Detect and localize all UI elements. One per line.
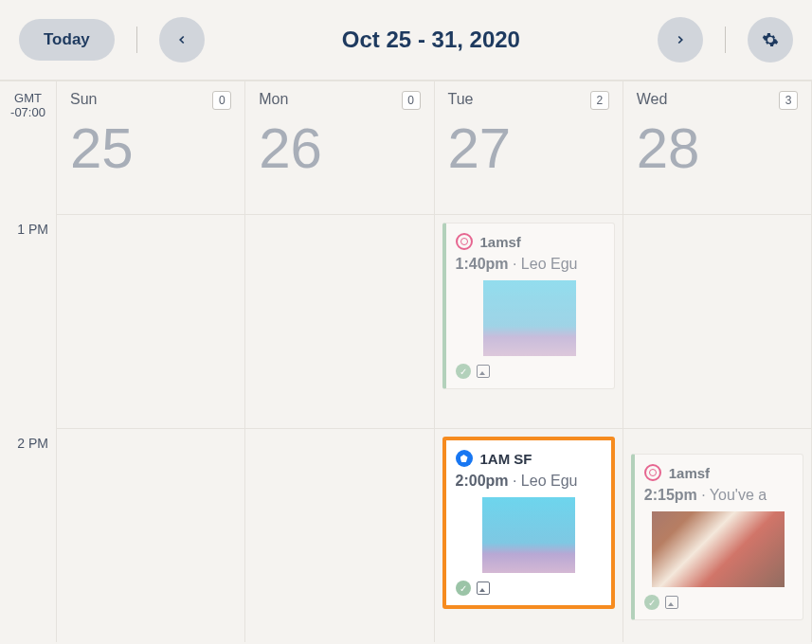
post-header: 1amsf [644, 464, 793, 481]
post-caption: · Leo Egu [509, 473, 578, 489]
cell-tue-1pm[interactable]: 1amsf 1:40pm · Leo Egu ✓ [435, 214, 623, 428]
day-header-tue[interactable]: Tue 2 27 [435, 81, 623, 214]
post-footer: ✓ [456, 581, 602, 596]
cell-sun-1pm[interactable] [57, 214, 245, 428]
day-count-badge: 0 [402, 91, 421, 110]
toolbar: Today Oct 25 - 31, 2020 [0, 0, 812, 80]
image-icon [477, 365, 490, 378]
day-number: 27 [448, 116, 609, 181]
calendar-grid: GMT -07:00 Sun 0 25 Mon 0 26 Tue 2 27 We… [0, 80, 812, 642]
time-label-2pm: 2 PM [0, 428, 57, 642]
post-caption: · You've a [697, 487, 767, 503]
post-meta: 1:40pm · Leo Egu [456, 256, 604, 273]
post-time: 2:15pm [644, 487, 697, 503]
day-name: Wed [637, 91, 798, 108]
next-week-button[interactable] [658, 17, 703, 63]
tz-name: GMT [0, 91, 56, 105]
instagram-icon [456, 233, 473, 250]
cell-wed-1pm[interactable] [623, 214, 812, 428]
account-name: 1AM SF [480, 451, 532, 467]
cell-mon-1pm[interactable] [245, 214, 434, 428]
date-range-label: Oct 25 - 31, 2020 [219, 27, 643, 53]
post-footer: ✓ [644, 595, 793, 610]
day-count-badge: 2 [590, 91, 609, 110]
account-name: 1amsf [480, 234, 521, 250]
prev-week-button[interactable] [159, 17, 205, 63]
image-icon [477, 581, 490, 595]
post-header: 1amsf [456, 233, 604, 250]
image-icon [665, 596, 678, 609]
post-thumbnail [652, 511, 785, 587]
post-thumbnail [483, 280, 576, 356]
approved-icon: ✓ [456, 581, 471, 596]
cell-tue-2pm[interactable]: 1AM SF 2:00pm · Leo Egu ✓ [435, 428, 623, 642]
post-card-selected[interactable]: 1AM SF 2:00pm · Leo Egu ✓ [442, 437, 615, 609]
day-number: 28 [637, 116, 798, 181]
gear-icon [762, 31, 779, 48]
approved-icon: ✓ [644, 595, 659, 610]
post-time: 2:00pm [456, 473, 509, 489]
timezone-label: GMT -07:00 [0, 81, 57, 214]
time-label-1pm: 1 PM [0, 214, 57, 428]
facebook-icon [456, 450, 473, 467]
tz-offset: -07:00 [0, 105, 56, 119]
day-name: Mon [259, 91, 420, 108]
post-caption: · Leo Egu [509, 256, 578, 272]
day-header-wed[interactable]: Wed 3 28 [623, 81, 812, 214]
post-card[interactable]: 1amsf 2:15pm · You've a ✓ [631, 454, 803, 620]
post-meta: 2:15pm · You've a [644, 487, 793, 504]
day-name: Sun [70, 91, 231, 108]
cell-mon-2pm[interactable] [245, 428, 434, 642]
cell-sun-2pm[interactable] [57, 428, 245, 642]
day-number: 26 [259, 116, 420, 181]
instagram-icon [644, 464, 661, 481]
post-thumbnail [482, 497, 575, 573]
post-meta: 2:00pm · Leo Egu [456, 473, 602, 490]
chevron-left-icon [175, 33, 189, 46]
day-count-badge: 0 [212, 91, 231, 110]
day-count-badge: 3 [779, 91, 798, 110]
divider [136, 27, 137, 53]
day-number: 25 [70, 116, 231, 181]
post-time: 1:40pm [456, 256, 509, 272]
divider [725, 27, 726, 53]
approved-icon: ✓ [456, 364, 471, 379]
day-name: Tue [448, 91, 609, 108]
day-header-sun[interactable]: Sun 0 25 [57, 81, 245, 214]
post-card[interactable]: 1amsf 1:40pm · Leo Egu ✓ [442, 223, 615, 389]
settings-button[interactable] [748, 17, 793, 63]
chevron-right-icon [674, 33, 687, 46]
today-button[interactable]: Today [19, 19, 115, 61]
cell-wed-2pm[interactable]: 1amsf 2:15pm · You've a ✓ [623, 428, 812, 642]
post-header: 1AM SF [456, 450, 602, 467]
post-footer: ✓ [456, 364, 604, 379]
day-header-mon[interactable]: Mon 0 26 [245, 81, 434, 214]
account-name: 1amsf [669, 465, 710, 481]
